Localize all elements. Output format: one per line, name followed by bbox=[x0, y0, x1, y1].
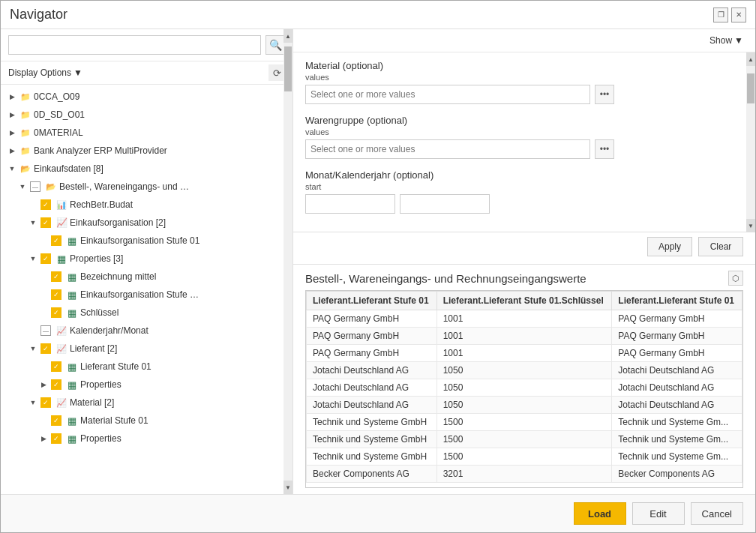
param-input-row-warengruppe: ••• bbox=[305, 139, 743, 159]
cell: Jotachi Deutschland AG bbox=[307, 362, 437, 379]
param-group-monat: Monat/Kalenderjahr (optional) start bbox=[305, 169, 743, 214]
tree-area: 📁 0CCA_O09 📁 0D_SD_O01 📁 0MATERIAL bbox=[1, 85, 292, 494]
param-input-material[interactable] bbox=[305, 85, 590, 104]
preview-icon-button[interactable]: ⬡ bbox=[728, 271, 743, 286]
param-input-monat-end[interactable] bbox=[400, 194, 490, 214]
preview-area: Bestell-, Wareneingangs- und Rechnungsei… bbox=[293, 265, 755, 494]
cell: Technik und Systeme Gm... bbox=[612, 414, 742, 431]
tree-item-properties3[interactable]: ▦ Properties bbox=[1, 430, 292, 448]
cell: Jotachi Deutschland AG bbox=[612, 379, 742, 397]
tree-item-material[interactable]: 📈 Material [2] bbox=[1, 394, 292, 412]
col-header-1: Lieferant.Lieferant Stufe 01 bbox=[307, 292, 437, 310]
clear-button[interactable]: Clear bbox=[698, 237, 743, 256]
checkbox-checked bbox=[51, 307, 62, 318]
scroll-up-button[interactable]: ▲ bbox=[284, 29, 292, 43]
params-scroll-track bbox=[746, 66, 755, 219]
folder-open-icon: 📂 bbox=[20, 163, 32, 175]
tree-item-einkaufsorg-stufe[interactable]: ▦ Einkaufsorganisation Stufe 01 bbox=[1, 232, 292, 250]
tree-item-bezeichnung[interactable]: ▦ Bezeichnung mittel bbox=[1, 268, 292, 286]
col-header-3: Lieferant.Lieferant Stufe 01 bbox=[612, 292, 742, 310]
tree-item-kalenderjahr[interactable]: 📈 Kalenderjahr/Monat bbox=[1, 322, 292, 340]
cancel-button[interactable]: Cancel bbox=[691, 502, 743, 525]
tree-item-lieferant-stufe[interactable]: ▦ Lieferant Stufe 01 bbox=[1, 358, 292, 376]
display-options-button[interactable]: Display Options ▼ bbox=[8, 67, 82, 78]
tree-item-0cca[interactable]: 📁 0CCA_O09 bbox=[1, 88, 292, 106]
search-button[interactable]: 🔍 bbox=[266, 35, 285, 55]
show-arrow: ▼ bbox=[734, 35, 743, 46]
expand-arrow bbox=[7, 145, 17, 156]
tree-item-rechbetr[interactable]: 📊 RechBetr.Budat bbox=[1, 196, 292, 214]
table-row: Becker Components AG3201Becker Component… bbox=[307, 466, 742, 483]
table-wrapper[interactable]: Lieferant.Lieferant Stufe 01 Lieferant.L… bbox=[305, 290, 743, 488]
refresh-button[interactable]: ⟳ bbox=[268, 64, 285, 81]
show-label: Show bbox=[710, 35, 732, 46]
table-row: Technik und Systeme GmbH1500Technik und … bbox=[307, 414, 742, 431]
item-label: Bezeichnung mittel bbox=[80, 271, 156, 282]
expand-arrow bbox=[28, 253, 38, 264]
item-label: Kalenderjahr/Monat bbox=[70, 325, 148, 336]
expand-arrow bbox=[7, 109, 17, 120]
folder-icon: 📁 bbox=[20, 91, 32, 103]
param-sublabel-monat: start bbox=[305, 182, 743, 191]
expand-arrow bbox=[7, 127, 17, 138]
scroll-down-button[interactable]: ▼ bbox=[284, 481, 292, 494]
edit-button[interactable]: Edit bbox=[632, 502, 685, 525]
param-input-monat[interactable] bbox=[305, 194, 395, 214]
params-scroll-up[interactable]: ▲ bbox=[746, 52, 755, 66]
table-body: PAQ Germany GmbH1001PAQ Germany GmbH PAQ… bbox=[307, 310, 742, 483]
cell: 1001 bbox=[436, 328, 612, 345]
tree-item-einkaufsorg[interactable]: 📈 Einkaufsorganisation [2] bbox=[1, 214, 292, 232]
tree-item-properties2[interactable]: ▦ Properties bbox=[1, 376, 292, 394]
cell: Technik und Systeme Gm... bbox=[612, 431, 742, 448]
display-options-bar: Display Options ▼ ⟳ bbox=[1, 61, 292, 85]
search-icon: 🔍 bbox=[269, 39, 282, 51]
expand-arrow bbox=[28, 397, 38, 408]
param-sublabel-material: values bbox=[305, 73, 743, 82]
param-input-row-monat bbox=[305, 194, 743, 214]
tree-item-0d[interactable]: 📁 0D_SD_O01 bbox=[1, 106, 292, 124]
restore-button[interactable]: ❐ bbox=[713, 7, 728, 22]
cell: 1001 bbox=[436, 310, 612, 328]
tree-item-properties1[interactable]: ▦ Properties [3] bbox=[1, 250, 292, 268]
search-input[interactable] bbox=[8, 35, 261, 55]
load-button[interactable]: Load bbox=[574, 502, 626, 525]
tree-item-lieferant[interactable]: 📈 Lieferant [2] bbox=[1, 340, 292, 358]
tree-item-einkaufsorg-unique[interactable]: ▦ Einkaufsorganisation Stufe 01.UniqueNa… bbox=[1, 286, 292, 304]
preview-title-row: Bestell-, Wareneingangs- und Rechnungsei… bbox=[305, 271, 743, 286]
tree-item-schluessel[interactable]: ▦ Schlüssel bbox=[1, 304, 292, 322]
measure-icon: 📈 bbox=[56, 325, 68, 337]
param-dots-button-material[interactable]: ••• bbox=[595, 85, 614, 104]
table-row: Jotachi Deutschland AG1050Jotachi Deutsc… bbox=[307, 397, 742, 414]
cell: 1500 bbox=[436, 448, 612, 466]
table-icon: ▦ bbox=[66, 289, 78, 301]
tree-item-einkaufsdaten[interactable]: 📂 Einkaufsdaten [8] bbox=[1, 160, 292, 178]
expand-arrow bbox=[38, 235, 49, 246]
main-content: 🔍 Display Options ▼ ⟳ 📁 0CCA_O09 bbox=[1, 29, 755, 494]
tree-item-bestell[interactable]: 📂 Bestell-, Wareneingangs- und Rechnungs… bbox=[1, 178, 292, 196]
expand-arrow bbox=[7, 163, 17, 174]
tree-item-material-stufe[interactable]: ▦ Material Stufe 01 bbox=[1, 412, 292, 430]
tree-item-bank[interactable]: 📁 Bank Analyzer ERP MultiProvider bbox=[1, 142, 292, 160]
checkbox-checked bbox=[51, 415, 62, 426]
cell: 1500 bbox=[436, 414, 612, 431]
item-label: Einkaufsorganisation [2] bbox=[70, 217, 166, 228]
param-dots-button-warengruppe[interactable]: ••• bbox=[595, 139, 614, 159]
left-panel: 🔍 Display Options ▼ ⟳ 📁 0CCA_O09 bbox=[1, 29, 293, 494]
expand-arrow bbox=[38, 271, 49, 282]
checkbox-partial bbox=[30, 181, 40, 192]
param-input-warengruppe[interactable] bbox=[305, 139, 590, 159]
tree-item-0mat[interactable]: 📁 0MATERIAL bbox=[1, 124, 292, 142]
checkbox-checked bbox=[51, 271, 62, 282]
close-button[interactable]: ✕ bbox=[731, 7, 746, 22]
expand-arrow bbox=[28, 325, 38, 336]
params-scroll-down[interactable]: ▼ bbox=[746, 219, 755, 232]
left-scrollbar: ▲ ▼ bbox=[284, 29, 292, 494]
item-label: Schlüssel bbox=[80, 307, 118, 318]
window-controls: ❐ ✕ bbox=[713, 7, 746, 22]
apply-button[interactable]: Apply bbox=[647, 237, 692, 256]
item-label: Material [2] bbox=[70, 397, 114, 408]
cell: PAQ Germany GmbH bbox=[612, 328, 742, 345]
parameters-area: Material (optional) values ••• Warengrup… bbox=[293, 52, 755, 232]
show-button[interactable]: Show ▼ bbox=[705, 34, 748, 47]
search-bar: 🔍 bbox=[1, 29, 292, 61]
